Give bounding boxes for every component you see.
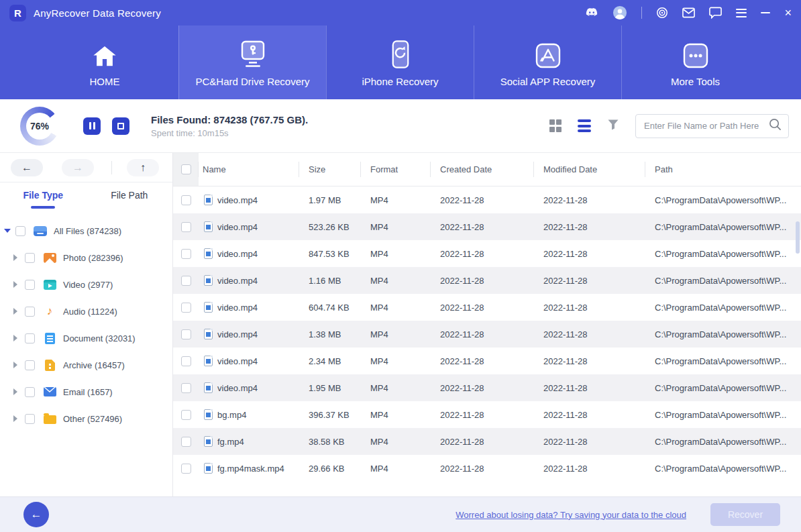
file-size: 1.95 MB <box>299 374 361 401</box>
column-header-format[interactable]: Format <box>361 153 431 186</box>
expander-icon[interactable] <box>13 362 17 368</box>
expander-icon[interactable] <box>13 308 17 315</box>
tree-item[interactable]: Photo (282396) <box>0 244 172 271</box>
tree-item[interactable]: Other (527496) <box>0 405 172 432</box>
back-button[interactable]: ← <box>11 159 43 176</box>
expander-icon[interactable] <box>13 388 17 395</box>
select-all-checkbox[interactable] <box>181 164 191 174</box>
tab-social-app-recovery[interactable]: Social APP Recovery <box>474 25 621 99</box>
tab-file-path[interactable]: File Path <box>87 182 173 216</box>
row-checkbox[interactable] <box>181 410 191 420</box>
checkbox[interactable] <box>25 307 35 317</box>
search-input[interactable] <box>644 121 769 131</box>
file-type-tree: All Files (874238) Photo (282396) Video … <box>0 216 172 432</box>
mail-icon[interactable] <box>682 5 695 21</box>
row-checkbox[interactable] <box>181 276 191 286</box>
record-icon[interactable] <box>656 5 668 21</box>
tree-item[interactable]: Audio (11224) <box>0 298 172 325</box>
minimize-icon[interactable] <box>761 5 770 21</box>
expander-icon[interactable] <box>13 415 17 422</box>
file-size: 2.34 MB <box>299 348 361 374</box>
tab-pc-hard-drive-recovery[interactable]: PC&Hard Drive Recovery <box>178 25 326 99</box>
checkbox[interactable] <box>25 414 35 424</box>
row-checkbox[interactable] <box>181 437 191 447</box>
table-row[interactable]: bg.mp4 396.37 KB MP4 2022-11-28 2022-11-… <box>173 401 801 428</box>
tree-item[interactable]: All Files (874238) <box>0 217 172 244</box>
column-header-name[interactable]: Name <box>199 153 299 186</box>
user-avatar[interactable] <box>612 5 627 21</box>
file-name: video.mp4 <box>217 249 258 259</box>
row-checkbox[interactable] <box>181 383 191 393</box>
row-checkbox[interactable] <box>181 249 191 259</box>
table-row[interactable]: video.mp4 1.95 MB MP4 2022-11-28 2022-11… <box>173 374 801 401</box>
menu-icon[interactable] <box>736 5 747 21</box>
table-row[interactable]: video.mp4 2.34 MB MP4 2022-11-28 2022-11… <box>173 348 801 374</box>
row-checkbox[interactable] <box>181 222 191 232</box>
expander-icon[interactable] <box>4 229 11 233</box>
column-header-created-date[interactable]: Created Date <box>431 153 534 186</box>
file-created-date: 2022-11-28 <box>431 187 534 213</box>
other-icon <box>44 415 56 424</box>
row-checkbox[interactable] <box>181 329 191 339</box>
main-nav: HOME PC&Hard Drive Recovery iPhone Recov… <box>0 25 801 99</box>
checkbox[interactable] <box>15 226 25 236</box>
row-checkbox[interactable] <box>181 356 191 366</box>
checkbox[interactable] <box>25 333 35 343</box>
file-modified-date: 2022-11-28 <box>534 213 645 240</box>
filter-icon[interactable] <box>607 119 619 133</box>
file-name: bg.mp4 <box>217 410 246 420</box>
cloud-backup-link[interactable]: Worred about losing data? Try saving you… <box>456 510 686 520</box>
checkbox[interactable] <box>25 253 35 263</box>
table-row[interactable]: video.mp4 847.53 KB MP4 2022-11-28 2022-… <box>173 240 801 267</box>
expander-icon[interactable] <box>13 335 17 341</box>
row-checkbox[interactable] <box>181 303 191 313</box>
tab-more-tools[interactable]: More Tools <box>621 25 769 99</box>
table-row[interactable]: fg.mp4mask.mp4 29.66 KB MP4 2022-11-28 2… <box>173 455 801 482</box>
close-icon[interactable]: × <box>784 5 792 21</box>
table-row[interactable]: video.mp4 1.38 MB MP4 2022-11-28 2022-11… <box>173 321 801 348</box>
pause-icon <box>89 122 95 129</box>
column-header-size[interactable]: Size <box>299 153 361 186</box>
expander-icon[interactable] <box>13 254 17 261</box>
table-row[interactable]: video.mp4 523.26 KB MP4 2022-11-28 2022-… <box>173 213 801 240</box>
forward-button[interactable]: → <box>62 159 94 176</box>
search-icon[interactable] <box>769 118 782 134</box>
row-checkbox[interactable] <box>181 195 191 205</box>
up-button[interactable]: ↑ <box>127 159 159 176</box>
all-files-icon <box>34 226 47 236</box>
iphone-recovery-icon <box>390 38 411 69</box>
file-path: C:\ProgramData\Apowersoft\WP... <box>645 240 801 267</box>
checkbox[interactable] <box>25 387 35 397</box>
row-checkbox[interactable] <box>181 464 191 474</box>
footer-back-button[interactable]: ← <box>23 502 49 527</box>
pause-scan-button[interactable] <box>83 117 101 135</box>
tab-iphone-recovery[interactable]: iPhone Recovery <box>326 25 474 99</box>
list-view-icon[interactable] <box>578 119 591 132</box>
tree-item[interactable]: Archive (16457) <box>0 352 172 378</box>
checkbox[interactable] <box>25 360 35 370</box>
table-row[interactable]: video.mp4 604.74 KB MP4 2022-11-28 2022-… <box>173 294 801 321</box>
table-row[interactable]: fg.mp4 38.58 KB MP4 2022-11-28 2022-11-2… <box>173 428 801 455</box>
tree-item[interactable]: Document (32031) <box>0 325 172 352</box>
pc-recovery-icon <box>237 38 269 69</box>
nav-divider <box>111 161 112 174</box>
checkbox[interactable] <box>25 280 35 290</box>
tree-item[interactable]: Video (2977) <box>0 271 172 298</box>
tab-file-type[interactable]: File Type <box>0 182 87 216</box>
stop-scan-button[interactable] <box>112 117 129 135</box>
file-size: 1.16 MB <box>299 267 361 294</box>
discord-icon[interactable] <box>585 5 598 21</box>
table-row[interactable]: video.mp4 1.97 MB MP4 2022-11-28 2022-11… <box>173 187 801 213</box>
column-header-modified-date[interactable]: Modified Date <box>534 153 645 186</box>
grid-view-icon[interactable] <box>549 119 562 132</box>
feedback-icon[interactable] <box>709 5 722 21</box>
tree-item[interactable]: Email (1657) <box>0 378 172 405</box>
file-size: 604.74 KB <box>299 294 361 321</box>
expander-icon[interactable] <box>13 281 17 288</box>
column-header-path[interactable]: Path <box>645 153 801 186</box>
tab-home[interactable]: HOME <box>31 25 178 99</box>
table-row[interactable]: video.mp4 1.16 MB MP4 2022-11-28 2022-11… <box>173 267 801 294</box>
video-file-icon <box>204 275 213 286</box>
recover-button[interactable]: Recover <box>710 503 780 526</box>
scrollbar-thumb[interactable] <box>796 221 800 254</box>
